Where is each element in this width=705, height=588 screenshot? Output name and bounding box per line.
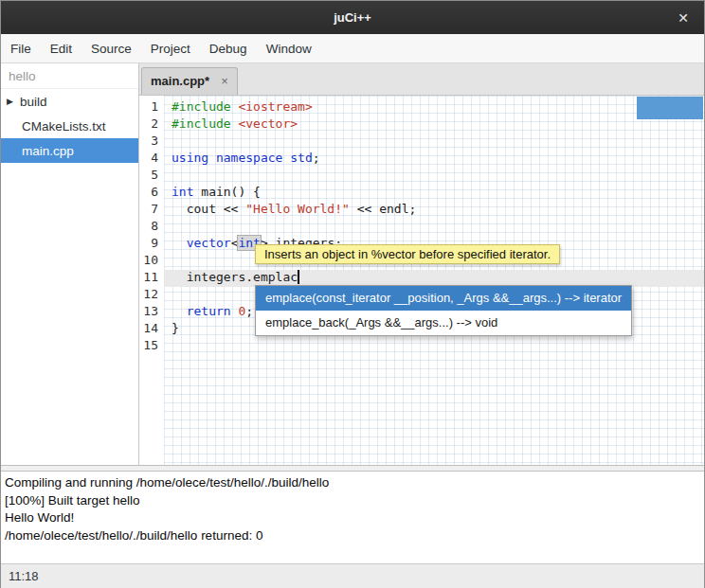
titlebar: juCi++ ✕ [1, 1, 704, 34]
line-number: 11 [139, 270, 164, 287]
menu-file[interactable]: File [1, 34, 41, 62]
line-number: 8 [139, 219, 164, 236]
tree-item-build[interactable]: ▶build [1, 89, 138, 114]
tab-close-icon[interactable]: × [221, 77, 228, 86]
code-token: cout << [172, 202, 245, 216]
output-line: Compiling and running /home/olece/test/h… [5, 474, 700, 492]
code-line[interactable] [164, 134, 704, 151]
menubar: FileEditSourceProjectDebugWindow [1, 34, 704, 63]
code-line[interactable]: using namespace std; [164, 151, 704, 168]
line-number: 10 [139, 253, 164, 270]
line-number: 14 [139, 321, 164, 338]
completion-popup: emplace(const_iterator __position, _Args… [255, 285, 632, 336]
menu-source[interactable]: Source [81, 34, 141, 62]
statusbar: 11:18 [1, 563, 704, 588]
close-window-icon[interactable]: ✕ [674, 1, 693, 34]
jucipp-window: juCi++ ✕ FileEditSourceProjectDebugWindo… [0, 0, 705, 588]
code-line[interactable]: #include <iostream> [164, 99, 704, 116]
code-token: ; [245, 304, 253, 318]
line-number: 2 [139, 116, 164, 134]
code-token [208, 151, 216, 165]
code-token: using [172, 151, 208, 165]
line-number: 4 [139, 151, 164, 168]
code-editor[interactable]: 123456789101112131415 #include <iostream… [139, 96, 704, 465]
code-token: int [172, 185, 193, 199]
code-token [172, 304, 187, 318]
file-tree: ▶buildCMakeLists.txtmain.cpp [1, 89, 138, 163]
code-token: "Hello World!" [245, 202, 350, 216]
code-token: std [290, 151, 312, 165]
line-number: 6 [139, 185, 164, 202]
code-token: namespace [216, 151, 282, 165]
expand-arrow-icon[interactable]: ▶ [7, 97, 20, 106]
line-number: 3 [139, 134, 164, 151]
menu-project[interactable]: Project [141, 34, 200, 62]
code-token: #include [172, 116, 231, 131]
completion-item[interactable]: emplace(const_iterator __position, _Args… [256, 286, 631, 311]
cursor-position-status: 11:18 [9, 569, 39, 583]
doc-tooltip: Inserts an object in %vector before spec… [255, 244, 560, 264]
text-cursor [298, 270, 299, 284]
pane-splitter[interactable] [1, 465, 704, 472]
tree-item-cmakelists-txt[interactable]: CMakeLists.txt [1, 114, 138, 138]
code-token: integers.emplac [172, 270, 298, 284]
line-number: 7 [139, 202, 164, 219]
project-name: hello [1, 63, 138, 89]
code-token [172, 236, 187, 250]
window-title: juCi++ [334, 10, 371, 25]
tree-item-label: CMakeLists.txt [22, 119, 106, 134]
code-line[interactable] [164, 168, 704, 185]
main-area: hello ▶buildCMakeLists.txtmain.cpp main.… [1, 63, 704, 465]
tree-item-label: main.cpp [22, 144, 74, 158]
output-line: Hello World! [5, 509, 700, 527]
code-token: <iostream> [238, 99, 312, 114]
tree-item-label: build [20, 95, 47, 109]
line-number: 9 [139, 236, 164, 253]
code-token: ; [313, 151, 320, 165]
output-line: [100%] Built target hello [5, 492, 700, 510]
code-token: return [187, 304, 231, 318]
code-token: <vector> [238, 116, 298, 131]
menu-window[interactable]: Window [257, 34, 321, 62]
line-number: 12 [139, 287, 164, 304]
line-number: 15 [139, 338, 164, 355]
code-line[interactable]: int main() { [164, 185, 704, 202]
completion-item[interactable]: emplace_back(_Args &&__args...) --> void [256, 311, 631, 335]
tab-main-cpp[interactable]: main.cpp* × [141, 67, 238, 95]
editor-pane: main.cpp* × 123456789101112131415 #inclu… [139, 63, 704, 465]
line-number: 13 [139, 304, 164, 321]
menu-edit[interactable]: Edit [41, 34, 81, 62]
code-token: vector [187, 236, 231, 250]
line-number-gutter: 123456789101112131415 [139, 99, 164, 355]
tabbar: main.cpp* × [139, 63, 704, 96]
scrollbar-thumb[interactable] [637, 97, 703, 119]
line-number: 1 [139, 99, 164, 116]
code-line[interactable] [164, 219, 704, 236]
output-panel: Compiling and running /home/olece/test/h… [1, 472, 704, 563]
menu-debug[interactable]: Debug [200, 34, 257, 62]
code-token: } [172, 321, 179, 335]
code-token: main() { [193, 185, 260, 199]
tab-label: main.cpp* [151, 74, 209, 88]
file-tree-sidebar: hello ▶buildCMakeLists.txtmain.cpp [1, 63, 139, 465]
code-token: #include [172, 99, 231, 114]
output-line: /home/olece/test/hello/./build/hello ret… [5, 527, 700, 545]
code-line[interactable]: cout << "Hello World!" << endl; [164, 202, 704, 219]
code-line[interactable]: #include <vector> [164, 116, 704, 134]
line-number: 5 [139, 168, 164, 185]
code-token: << endl; [350, 202, 416, 216]
code-line[interactable] [164, 338, 704, 355]
tree-item-main-cpp[interactable]: main.cpp [1, 138, 138, 163]
